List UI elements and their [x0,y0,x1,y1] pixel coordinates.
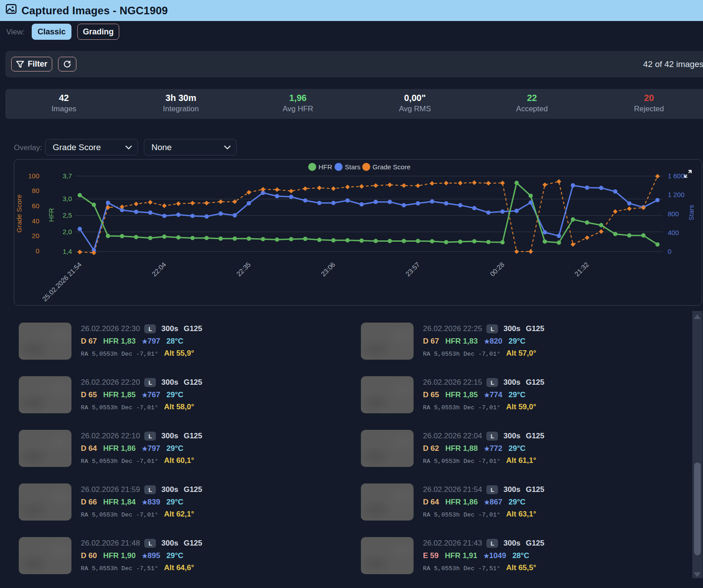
svg-text:1 200: 1 200 [668,191,685,198]
svg-text:60: 60 [32,202,39,210]
svg-text:0: 0 [36,247,39,255]
svg-text:2,0: 2,0 [63,228,72,235]
svg-text:HFR: HFR [47,208,55,222]
svg-text:3,7: 3,7 [63,172,72,180]
svg-text:25.02.2026 21:54: 25.02.2026 21:54 [41,260,83,303]
svg-text:23:06: 23:06 [319,260,337,278]
svg-text:22:35: 22:35 [235,260,252,278]
svg-text:0: 0 [668,248,671,255]
svg-text:Grade Score: Grade Score [15,194,23,232]
svg-text:100: 100 [28,172,39,180]
svg-text:40: 40 [32,217,39,225]
svg-text:20: 20 [32,232,39,239]
svg-text:80: 80 [32,187,39,194]
svg-text:HFR: HFR [318,163,332,171]
svg-text:Stars: Stars [345,163,360,171]
svg-text:22:04: 22:04 [150,260,167,278]
svg-text:800: 800 [668,210,679,218]
svg-text:Grade Score: Grade Score [372,163,410,171]
svg-text:400: 400 [668,229,679,236]
svg-text:1 600: 1 600 [668,172,685,180]
svg-text:23:57: 23:57 [404,260,421,278]
svg-text:00:28: 00:28 [489,260,506,278]
svg-text:3,0: 3,0 [63,195,72,202]
svg-text:2,5: 2,5 [63,211,72,219]
svg-text:Stars: Stars [687,205,695,220]
svg-text:21:32: 21:32 [573,260,590,278]
svg-text:1,4: 1,4 [63,248,72,255]
